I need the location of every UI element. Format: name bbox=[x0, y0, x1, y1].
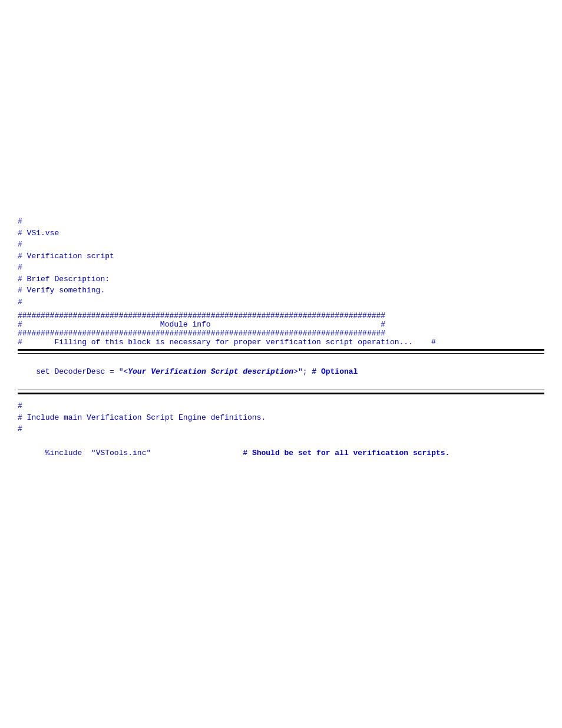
filling-line: # Filling of this block is necessary for… bbox=[18, 338, 544, 347]
module-info-line: # Module info # bbox=[18, 320, 544, 329]
code-line: # VS1.vse bbox=[18, 228, 544, 239]
set-decoder-italic: Your Verification Script description bbox=[128, 367, 293, 376]
set-decoder-normal: set DecoderDesc = "< bbox=[36, 367, 128, 376]
separator-thin-1 bbox=[18, 353, 544, 354]
code-line: # bbox=[18, 262, 544, 274]
include-comment-1: # bbox=[18, 400, 544, 412]
include-comment-3: # bbox=[18, 423, 544, 435]
include-command: %include "VSTools.inc" bbox=[45, 449, 151, 457]
separator-thin-2 bbox=[18, 390, 544, 390]
code-line: # bbox=[18, 297, 544, 308]
separator-thick-2 bbox=[18, 393, 544, 394]
include-comment-bold: # Should be set for all verification scr… bbox=[243, 449, 449, 457]
code-line: # Brief Description: bbox=[18, 274, 544, 285]
code-line: # bbox=[18, 239, 544, 251]
hash-border-top: ########################################… bbox=[18, 311, 544, 320]
code-container: # # VS1.vse # # Verification script # # … bbox=[0, 200, 562, 486]
set-decoder-comment-bold: # Optional bbox=[312, 367, 358, 376]
code-line: # bbox=[18, 216, 544, 228]
code-line: # Verification script bbox=[18, 251, 544, 262]
include-spaces bbox=[151, 449, 243, 457]
set-decoder-line: set DecoderDesc = "<Your Verification Sc… bbox=[18, 358, 544, 385]
include-line: %include "VSTools.inc" # Should be set f… bbox=[18, 436, 544, 471]
code-line: # Verify something. bbox=[18, 285, 544, 297]
separator-thick-1 bbox=[18, 349, 544, 351]
hash-border-bottom: ########################################… bbox=[18, 329, 544, 338]
header-comments: # # VS1.vse # # Verification script # # … bbox=[18, 216, 544, 308]
set-decoder-end: >"; bbox=[293, 367, 312, 376]
include-comment-2: # Include main Verification Script Engin… bbox=[18, 412, 544, 424]
include-section: # # Include main Verification Script Eng… bbox=[18, 400, 544, 470]
